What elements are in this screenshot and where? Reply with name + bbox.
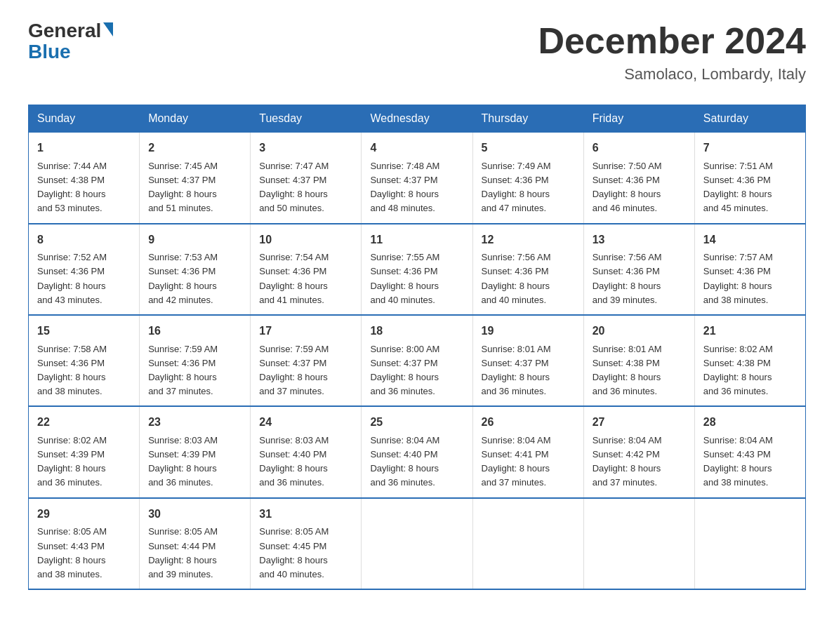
calendar-cell: 3Sunrise: 7:47 AMSunset: 4:37 PMDaylight… [251,133,362,224]
header: General Blue December 2024 Samolaco, Lom… [28,21,806,83]
day-info: Sunset: 4:37 PM [259,356,352,370]
day-info: Sunset: 4:36 PM [148,264,241,279]
calendar-cell: 25Sunrise: 8:04 AMSunset: 4:40 PMDayligh… [362,406,472,497]
day-info: Sunset: 4:37 PM [482,356,575,370]
calendar-cell: 22Sunrise: 8:02 AMSunset: 4:39 PMDayligh… [29,406,140,497]
day-info: and 36 minutes. [259,476,352,490]
day-number: 31 [259,506,352,523]
calendar-cell: 5Sunrise: 7:49 AMSunset: 4:36 PMDaylight… [472,133,583,224]
day-info: Sunrise: 7:59 AM [259,342,352,356]
header-saturday: Saturday [694,105,805,133]
day-info: Sunset: 4:45 PM [259,539,352,554]
calendar-cell: 9Sunrise: 7:53 AMSunset: 4:36 PMDaylight… [140,224,251,315]
day-info: Sunrise: 7:58 AM [37,342,131,356]
day-number: 17 [259,323,352,340]
day-number: 19 [482,323,575,340]
day-info: Daylight: 8 hours [370,279,463,293]
calendar-cell [694,498,805,589]
calendar-cell: 2Sunrise: 7:45 AMSunset: 4:37 PMDaylight… [140,133,251,224]
day-number: 28 [703,414,797,431]
day-info: Sunrise: 7:56 AM [593,250,686,264]
title-area: December 2024 Samolaco, Lombardy, Italy [538,21,806,83]
day-info: Sunset: 4:39 PM [148,448,241,462]
day-info: and 38 minutes. [37,384,131,398]
day-info: Daylight: 8 hours [37,370,131,384]
day-number: 8 [37,232,131,249]
day-info: Daylight: 8 hours [37,554,131,568]
day-info: Sunrise: 7:51 AM [703,159,797,173]
calendar-cell: 7Sunrise: 7:51 AMSunset: 4:36 PMDaylight… [694,133,805,224]
calendar-cell: 15Sunrise: 7:58 AMSunset: 4:36 PMDayligh… [29,315,140,406]
day-info: Sunset: 4:38 PM [703,356,797,370]
day-info: Daylight: 8 hours [482,462,575,476]
day-info: Sunrise: 7:50 AM [593,159,686,173]
calendar-cell: 20Sunrise: 8:01 AMSunset: 4:38 PMDayligh… [583,315,694,406]
day-info: Sunset: 4:36 PM [482,264,575,279]
day-info: Daylight: 8 hours [593,187,686,201]
day-info: Sunset: 4:40 PM [370,448,463,462]
day-info: Daylight: 8 hours [370,370,463,384]
day-number: 7 [703,140,797,157]
day-number: 14 [703,232,797,249]
day-number: 10 [259,232,352,249]
day-info: and 40 minutes. [259,568,352,582]
day-info: Sunset: 4:40 PM [259,448,352,462]
day-number: 2 [148,140,241,157]
day-info: and 36 minutes. [482,384,575,398]
calendar-week-row: 22Sunrise: 8:02 AMSunset: 4:39 PMDayligh… [29,406,806,497]
day-number: 22 [37,414,131,431]
day-info: and 45 minutes. [703,201,797,215]
day-info: Sunset: 4:36 PM [37,264,131,279]
day-info: and 40 minutes. [370,293,463,307]
calendar-cell: 6Sunrise: 7:50 AMSunset: 4:36 PMDaylight… [583,133,694,224]
day-info: and 39 minutes. [593,293,686,307]
day-info: Sunset: 4:36 PM [37,356,131,370]
header-tuesday: Tuesday [251,105,362,133]
day-info: Sunrise: 8:05 AM [148,525,241,539]
day-info: Daylight: 8 hours [148,554,241,568]
calendar-cell: 27Sunrise: 8:04 AMSunset: 4:42 PMDayligh… [583,406,694,497]
day-info: and 36 minutes. [370,384,463,398]
day-info: Daylight: 8 hours [593,370,686,384]
day-info: Daylight: 8 hours [482,279,575,293]
day-number: 9 [148,232,241,249]
day-info: Sunset: 4:37 PM [370,173,463,187]
day-info: and 41 minutes. [259,293,352,307]
calendar-week-row: 15Sunrise: 7:58 AMSunset: 4:36 PMDayligh… [29,315,806,406]
day-number: 18 [370,323,463,340]
calendar-cell: 11Sunrise: 7:55 AMSunset: 4:36 PMDayligh… [362,224,472,315]
calendar-cell: 1Sunrise: 7:44 AMSunset: 4:38 PMDaylight… [29,133,140,224]
calendar-cell: 16Sunrise: 7:59 AMSunset: 4:36 PMDayligh… [140,315,251,406]
location-title: Samolaco, Lombardy, Italy [538,65,806,83]
day-info: and 50 minutes. [259,201,352,215]
day-info: Daylight: 8 hours [148,370,241,384]
day-info: Daylight: 8 hours [259,370,352,384]
day-number: 20 [593,323,686,340]
day-info: Sunset: 4:36 PM [370,264,463,279]
day-info: and 38 minutes. [37,568,131,582]
header-thursday: Thursday [472,105,583,133]
calendar-week-row: 1Sunrise: 7:44 AMSunset: 4:38 PMDaylight… [29,133,806,224]
day-info: and 38 minutes. [703,293,797,307]
day-info: Daylight: 8 hours [593,279,686,293]
calendar-cell: 19Sunrise: 8:01 AMSunset: 4:37 PMDayligh… [472,315,583,406]
day-number: 23 [148,414,241,431]
calendar-cell: 29Sunrise: 8:05 AMSunset: 4:43 PMDayligh… [29,498,140,589]
month-title: December 2024 [538,21,806,61]
calendar-cell: 10Sunrise: 7:54 AMSunset: 4:36 PMDayligh… [251,224,362,315]
day-info: and 40 minutes. [482,293,575,307]
day-info: and 37 minutes. [593,476,686,490]
day-number: 27 [593,414,686,431]
day-number: 12 [482,232,575,249]
day-info: and 39 minutes. [148,568,241,582]
day-info: and 53 minutes. [37,201,131,215]
calendar-cell: 13Sunrise: 7:56 AMSunset: 4:36 PMDayligh… [583,224,694,315]
day-info: and 51 minutes. [148,201,241,215]
day-info: Sunset: 4:37 PM [148,173,241,187]
calendar-cell: 4Sunrise: 7:48 AMSunset: 4:37 PMDaylight… [362,133,472,224]
day-info: Sunrise: 8:02 AM [703,342,797,356]
day-info: Daylight: 8 hours [259,187,352,201]
day-info: and 37 minutes. [482,476,575,490]
calendar-cell: 28Sunrise: 8:04 AMSunset: 4:43 PMDayligh… [694,406,805,497]
day-info: Sunset: 4:38 PM [593,356,686,370]
